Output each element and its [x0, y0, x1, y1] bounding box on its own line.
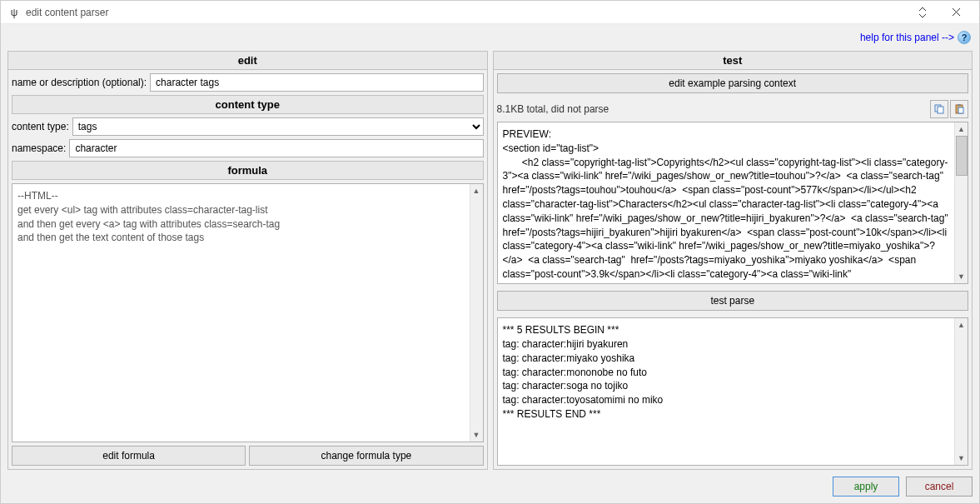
scroll-down-icon[interactable]: ▼: [955, 270, 968, 283]
preview-scrollbar[interactable]: ▲ ▼: [954, 122, 968, 283]
edit-example-context-button[interactable]: edit example parsing context: [497, 73, 969, 93]
restore-down-icon[interactable]: [906, 4, 939, 21]
test-panel: test edit example parsing context 8.1KB …: [493, 51, 973, 470]
formula-scrollbar[interactable]: ▲ ▼: [470, 184, 483, 442]
scroll-down-icon[interactable]: ▼: [470, 428, 483, 442]
scroll-down-icon[interactable]: ▼: [955, 452, 968, 465]
window-title: edit content parser: [26, 7, 108, 18]
formula-header: formula: [12, 161, 484, 180]
scroll-up-icon[interactable]: ▲: [955, 318, 968, 332]
status-row: 8.1KB total, did not parse: [494, 97, 973, 118]
name-input[interactable]: [150, 73, 483, 92]
svg-rect-1: [938, 107, 943, 113]
help-icon[interactable]: ?: [958, 31, 971, 44]
content-type-select[interactable]: tags: [72, 117, 484, 136]
content-type-label: content type:: [12, 121, 69, 132]
svg-rect-3: [958, 104, 961, 106]
formula-buttons: edit formula change formula type: [8, 446, 487, 469]
content-type-header: content type: [12, 95, 484, 114]
svg-rect-4: [958, 107, 963, 113]
edit-panel-title: edit: [8, 52, 487, 70]
namespace-label: namespace:: [12, 142, 66, 154]
edit-formula-button[interactable]: edit formula: [12, 446, 246, 466]
parse-status: 8.1KB total, did not parse: [497, 103, 929, 115]
paste-icon: [953, 103, 965, 115]
edit-panel: edit name or description (optional): con…: [7, 51, 488, 470]
dialog-footer: apply cancel: [7, 475, 973, 497]
namespace-input[interactable]: [69, 139, 483, 157]
scroll-up-icon[interactable]: ▲: [955, 122, 968, 136]
formula-textarea[interactable]: [12, 184, 470, 442]
close-icon[interactable]: [939, 4, 973, 21]
app-body: help for this panel --> ? edit name or d…: [1, 24, 979, 503]
copy-icon: [933, 103, 945, 115]
paste-button[interactable]: [950, 100, 968, 118]
scroll-up-icon[interactable]: ▲: [470, 184, 483, 197]
app-icon: ψ: [7, 6, 21, 19]
test-panel-title: test: [494, 52, 973, 70]
dialog-window: ψ edit content parser help for this pane…: [0, 0, 980, 504]
namespace-row: namespace:: [8, 136, 487, 157]
test-parse-button[interactable]: test parse: [497, 291, 969, 311]
preview-textarea[interactable]: [498, 122, 955, 283]
apply-button[interactable]: apply: [833, 477, 899, 497]
scroll-thumb[interactable]: [956, 136, 968, 176]
copy-button[interactable]: [930, 100, 948, 118]
results-box: ▲ ▼: [497, 317, 969, 466]
name-row: name or description (optional):: [8, 70, 487, 92]
main-split: edit name or description (optional): con…: [7, 51, 973, 470]
name-label: name or description (optional):: [12, 77, 147, 88]
content-type-row: content type: tags: [8, 114, 487, 136]
results-textarea[interactable]: [498, 318, 955, 465]
help-row: help for this panel --> ?: [7, 29, 973, 46]
titlebar: ψ edit content parser: [1, 1, 979, 24]
preview-box: ▲ ▼: [497, 122, 969, 284]
cancel-button[interactable]: cancel: [906, 477, 973, 497]
help-link[interactable]: help for this panel -->: [860, 32, 954, 43]
change-formula-type-button[interactable]: change formula type: [249, 446, 483, 466]
results-scrollbar[interactable]: ▲ ▼: [954, 318, 968, 465]
formula-box: ▲ ▼: [12, 183, 484, 442]
